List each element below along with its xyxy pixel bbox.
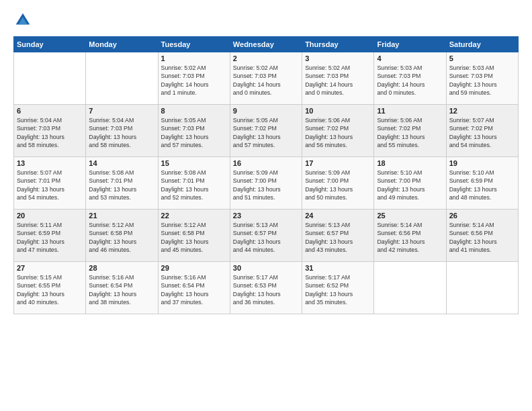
day-info: Sunrise: 5:13 AM Sunset: 6:57 PM Dayligh… — [233, 221, 299, 254]
day-number: 11 — [377, 107, 443, 115]
day-cell: 22Sunrise: 5:12 AM Sunset: 6:58 PM Dayli… — [158, 210, 230, 262]
day-cell: 4Sunrise: 5:03 AM Sunset: 7:03 PM Daylig… — [374, 52, 446, 105]
header-cell-wednesday: Wednesday — [230, 37, 302, 52]
day-cell: 8Sunrise: 5:05 AM Sunset: 7:03 PM Daylig… — [158, 105, 230, 157]
header-cell-friday: Friday — [374, 37, 446, 52]
day-number: 26 — [449, 212, 515, 220]
day-cell: 17Sunrise: 5:09 AM Sunset: 7:00 PM Dayli… — [302, 157, 374, 210]
day-cell: 3Sunrise: 5:02 AM Sunset: 7:03 PM Daylig… — [302, 52, 374, 105]
day-number: 7 — [89, 107, 154, 115]
day-number: 22 — [161, 212, 227, 220]
day-info: Sunrise: 5:12 AM Sunset: 6:58 PM Dayligh… — [89, 221, 154, 254]
day-cell: 26Sunrise: 5:14 AM Sunset: 6:56 PM Dayli… — [446, 210, 518, 262]
day-info: Sunrise: 5:07 AM Sunset: 7:02 PM Dayligh… — [449, 116, 515, 149]
day-number: 19 — [449, 159, 515, 167]
day-info: Sunrise: 5:08 AM Sunset: 7:01 PM Dayligh… — [89, 169, 154, 201]
day-cell: 10Sunrise: 5:06 AM Sunset: 7:02 PM Dayli… — [302, 105, 374, 157]
day-cell: 23Sunrise: 5:13 AM Sunset: 6:57 PM Dayli… — [230, 210, 302, 262]
day-cell: 13Sunrise: 5:07 AM Sunset: 7:01 PM Dayli… — [14, 157, 86, 210]
day-info: Sunrise: 5:14 AM Sunset: 6:56 PM Dayligh… — [449, 221, 515, 254]
header — [13, 11, 519, 30]
day-info: Sunrise: 5:10 AM Sunset: 6:59 PM Dayligh… — [449, 169, 515, 201]
day-info: Sunrise: 5:12 AM Sunset: 6:58 PM Dayligh… — [161, 221, 227, 254]
day-cell: 24Sunrise: 5:13 AM Sunset: 6:57 PM Dayli… — [302, 210, 374, 262]
page: SundayMondayTuesdayWednesdayThursdayFrid… — [0, 0, 532, 411]
day-info: Sunrise: 5:09 AM Sunset: 7:00 PM Dayligh… — [233, 169, 299, 201]
day-info: Sunrise: 5:03 AM Sunset: 7:03 PM Dayligh… — [377, 64, 443, 97]
day-info: Sunrise: 5:06 AM Sunset: 7:02 PM Dayligh… — [305, 116, 371, 149]
day-number: 6 — [17, 107, 83, 115]
day-info: Sunrise: 5:02 AM Sunset: 7:03 PM Dayligh… — [161, 64, 227, 97]
day-number: 2 — [233, 54, 299, 62]
day-info: Sunrise: 5:15 AM Sunset: 6:55 PM Dayligh… — [17, 273, 83, 306]
day-info: Sunrise: 5:16 AM Sunset: 6:54 PM Dayligh… — [161, 273, 227, 306]
day-cell — [446, 262, 518, 314]
calendar-header: SundayMondayTuesdayWednesdayThursdayFrid… — [14, 37, 519, 52]
header-cell-saturday: Saturday — [446, 37, 518, 52]
day-number: 8 — [161, 107, 227, 115]
week-row-3: 13Sunrise: 5:07 AM Sunset: 7:01 PM Dayli… — [14, 157, 519, 210]
day-cell: 25Sunrise: 5:14 AM Sunset: 6:56 PM Dayli… — [374, 210, 446, 262]
day-cell: 18Sunrise: 5:10 AM Sunset: 7:00 PM Dayli… — [374, 157, 446, 210]
calendar-table: SundayMondayTuesdayWednesdayThursdayFrid… — [13, 36, 519, 314]
day-number: 29 — [161, 264, 227, 272]
day-info: Sunrise: 5:14 AM Sunset: 6:56 PM Dayligh… — [377, 221, 443, 254]
day-number: 3 — [305, 54, 371, 62]
day-number: 17 — [305, 159, 371, 167]
day-info: Sunrise: 5:03 AM Sunset: 7:03 PM Dayligh… — [449, 64, 515, 97]
day-number: 12 — [449, 107, 515, 115]
day-cell: 29Sunrise: 5:16 AM Sunset: 6:54 PM Dayli… — [158, 262, 230, 314]
day-number: 15 — [161, 159, 227, 167]
day-info: Sunrise: 5:05 AM Sunset: 7:02 PM Dayligh… — [233, 116, 299, 149]
week-row-1: 1Sunrise: 5:02 AM Sunset: 7:03 PM Daylig… — [14, 52, 519, 105]
day-number: 28 — [89, 264, 154, 272]
day-cell: 15Sunrise: 5:08 AM Sunset: 7:01 PM Dayli… — [158, 157, 230, 210]
day-number: 20 — [17, 212, 83, 220]
day-number: 30 — [233, 264, 299, 272]
day-cell — [374, 262, 446, 314]
day-number: 21 — [89, 212, 154, 220]
day-number: 13 — [17, 159, 83, 167]
day-cell: 20Sunrise: 5:11 AM Sunset: 6:59 PM Dayli… — [14, 210, 86, 262]
day-number: 14 — [89, 159, 154, 167]
header-cell-thursday: Thursday — [302, 37, 374, 52]
day-cell: 7Sunrise: 5:04 AM Sunset: 7:03 PM Daylig… — [86, 105, 158, 157]
day-number: 31 — [305, 264, 371, 272]
header-cell-sunday: Sunday — [14, 37, 86, 52]
day-info: Sunrise: 5:06 AM Sunset: 7:02 PM Dayligh… — [377, 116, 443, 149]
day-cell — [86, 52, 158, 105]
day-number: 16 — [233, 159, 299, 167]
day-cell: 12Sunrise: 5:07 AM Sunset: 7:02 PM Dayli… — [446, 105, 518, 157]
day-number: 25 — [377, 212, 443, 220]
day-info: Sunrise: 5:09 AM Sunset: 7:00 PM Dayligh… — [305, 169, 371, 201]
day-cell: 19Sunrise: 5:10 AM Sunset: 6:59 PM Dayli… — [446, 157, 518, 210]
week-row-5: 27Sunrise: 5:15 AM Sunset: 6:55 PM Dayli… — [14, 262, 519, 314]
day-cell: 1Sunrise: 5:02 AM Sunset: 7:03 PM Daylig… — [158, 52, 230, 105]
day-cell: 16Sunrise: 5:09 AM Sunset: 7:00 PM Dayli… — [230, 157, 302, 210]
logo-icon — [13, 11, 32, 30]
header-row: SundayMondayTuesdayWednesdayThursdayFrid… — [14, 37, 519, 52]
day-cell: 21Sunrise: 5:12 AM Sunset: 6:58 PM Dayli… — [86, 210, 158, 262]
day-cell: 28Sunrise: 5:16 AM Sunset: 6:54 PM Dayli… — [86, 262, 158, 314]
header-cell-monday: Monday — [86, 37, 158, 52]
day-cell: 6Sunrise: 5:04 AM Sunset: 7:03 PM Daylig… — [14, 105, 86, 157]
header-cell-tuesday: Tuesday — [158, 37, 230, 52]
day-info: Sunrise: 5:05 AM Sunset: 7:03 PM Dayligh… — [161, 116, 227, 149]
day-number: 9 — [233, 107, 299, 115]
day-info: Sunrise: 5:16 AM Sunset: 6:54 PM Dayligh… — [89, 273, 154, 306]
week-row-4: 20Sunrise: 5:11 AM Sunset: 6:59 PM Dayli… — [14, 210, 519, 262]
day-cell: 27Sunrise: 5:15 AM Sunset: 6:55 PM Dayli… — [14, 262, 86, 314]
day-info: Sunrise: 5:13 AM Sunset: 6:57 PM Dayligh… — [305, 221, 371, 254]
day-info: Sunrise: 5:17 AM Sunset: 6:52 PM Dayligh… — [305, 273, 371, 306]
day-number: 5 — [449, 54, 515, 62]
day-number: 18 — [377, 159, 443, 167]
day-number: 24 — [305, 212, 371, 220]
day-info: Sunrise: 5:10 AM Sunset: 7:00 PM Dayligh… — [377, 169, 443, 201]
day-info: Sunrise: 5:08 AM Sunset: 7:01 PM Dayligh… — [161, 169, 227, 201]
day-info: Sunrise: 5:02 AM Sunset: 7:03 PM Dayligh… — [233, 64, 299, 97]
day-cell: 5Sunrise: 5:03 AM Sunset: 7:03 PM Daylig… — [446, 52, 518, 105]
day-info: Sunrise: 5:04 AM Sunset: 7:03 PM Dayligh… — [17, 116, 83, 149]
day-cell: 30Sunrise: 5:17 AM Sunset: 6:53 PM Dayli… — [230, 262, 302, 314]
week-row-2: 6Sunrise: 5:04 AM Sunset: 7:03 PM Daylig… — [14, 105, 519, 157]
day-number: 4 — [377, 54, 443, 62]
